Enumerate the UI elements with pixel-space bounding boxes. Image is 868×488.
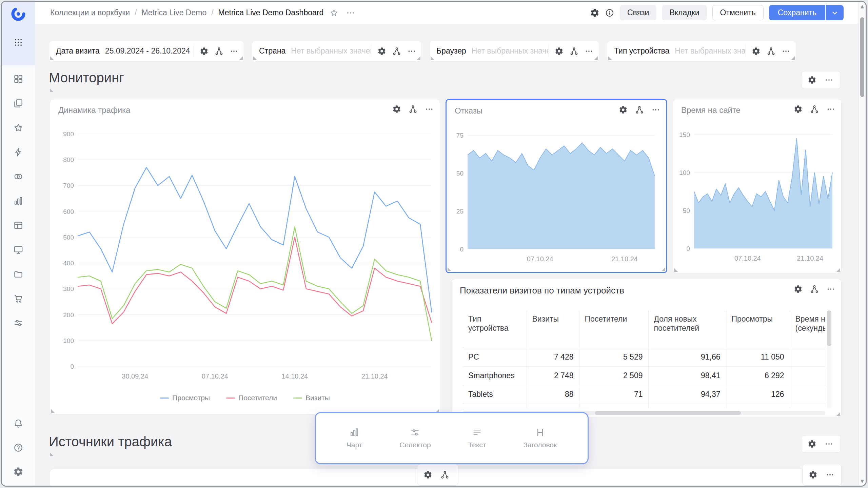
connections-icon[interactable] (810, 105, 819, 114)
gear-icon[interactable] (392, 105, 401, 114)
column-header[interactable]: Доля новых посетителей (648, 310, 726, 348)
widget-traffic-dynamics[interactable]: Динамика трафика 01002003004005006007008… (50, 99, 440, 414)
star-icon[interactable] (13, 122, 24, 133)
gear-icon[interactable] (377, 47, 386, 56)
add-chart-button[interactable]: Чарт (347, 427, 362, 449)
page-scrollbar[interactable]: ▲ ▼ (859, 2, 866, 486)
gear-icon[interactable] (794, 285, 803, 293)
widget-partial-left[interactable] (50, 469, 440, 486)
scroll-thumb[interactable] (827, 310, 831, 346)
filter-browser[interactable]: Браузер Нет выбранных значений (429, 41, 599, 61)
resize-handle[interactable] (51, 409, 55, 413)
filter-value[interactable]: 25.09.2024 - 26.10.2024 (105, 46, 193, 56)
bell-icon[interactable] (13, 418, 24, 429)
connections-icon[interactable] (810, 285, 819, 293)
info-icon[interactable] (605, 8, 614, 18)
column-header[interactable]: Просмотры (726, 310, 790, 348)
more-icon[interactable] (782, 47, 790, 56)
scroll-down-icon[interactable]: ▼ (859, 479, 866, 484)
scroll-thumb[interactable] (595, 411, 741, 415)
column-header[interactable]: Тип устройства (463, 310, 527, 348)
more-icon[interactable] (825, 440, 833, 448)
table-row[interactable]: Tablets887194,37126 (463, 385, 825, 404)
gear-icon[interactable] (590, 8, 599, 18)
connections-icon[interactable] (409, 105, 417, 114)
column-header[interactable]: Посетители (579, 310, 648, 348)
resize-handle[interactable] (239, 56, 243, 60)
add-text-button[interactable]: Текст (468, 427, 486, 449)
widget-partial-right[interactable] (449, 469, 842, 486)
more-icon[interactable] (826, 105, 835, 114)
table-row[interactable]: PC7 4285 52991,6611 050 (463, 348, 825, 366)
connections-icon[interactable] (570, 47, 578, 56)
resize-handle[interactable] (50, 88, 54, 92)
more-icon[interactable] (826, 285, 835, 293)
more-icon[interactable] (425, 105, 434, 114)
connections-icon[interactable] (440, 470, 449, 479)
gear-icon[interactable] (555, 47, 564, 56)
resize-handle[interactable] (448, 267, 451, 271)
resize-handle[interactable] (836, 268, 840, 272)
cancel-button[interactable]: Отменить (712, 5, 764, 20)
breadcrumb-collections[interactable]: Коллекции и воркбуки (50, 8, 130, 17)
table-row[interactable]: Smartphones2 7482 50998,416 292 (463, 366, 825, 385)
favorite-star-icon[interactable] (330, 8, 338, 17)
settings-gear-icon[interactable] (13, 466, 24, 477)
cart-icon[interactable] (13, 293, 24, 304)
table-icon[interactable] (13, 220, 24, 230)
widget-device-stats-table[interactable]: Показатели визитов по типам устройств Ти… (451, 279, 842, 417)
scroll-up-icon[interactable]: ▲ (859, 4, 866, 9)
gear-icon[interactable] (809, 470, 817, 479)
legend-item[interactable]: Просмотры (160, 394, 210, 402)
more-icon[interactable] (826, 470, 834, 479)
bar-chart-icon[interactable] (13, 196, 24, 206)
layers-icon[interactable] (13, 98, 24, 108)
column-header[interactable]: Визиты (527, 310, 579, 348)
filter-country[interactable]: Страна Нет выбранных значений (252, 41, 422, 61)
add-heading-button[interactable]: Заголовок (523, 427, 557, 449)
more-icon[interactable] (825, 76, 833, 84)
connections-icon[interactable] (392, 47, 401, 56)
gear-icon[interactable] (423, 470, 432, 479)
more-icon[interactable] (407, 47, 416, 56)
gear-icon[interactable] (794, 105, 803, 114)
datalens-logo-icon[interactable] (10, 6, 26, 22)
filter-placeholder[interactable]: Нет выбранных значений (291, 46, 371, 56)
resize-handle[interactable] (50, 452, 54, 456)
resize-handle[interactable] (431, 56, 434, 60)
resize-handle[interactable] (594, 56, 598, 60)
table-vertical-scrollbar[interactable] (827, 310, 831, 408)
more-icon[interactable] (457, 470, 458, 479)
gear-icon[interactable] (752, 47, 761, 56)
folder-icon[interactable] (13, 269, 24, 279)
sliders-icon[interactable] (13, 318, 24, 328)
filter-device-type[interactable]: Тип устройства Нет выбранных значений (607, 41, 796, 61)
grid-icon[interactable] (13, 74, 24, 84)
scroll-thumb[interactable] (860, 17, 864, 97)
breadcrumb-workbook[interactable]: Metrica Live Demo (141, 8, 206, 17)
widget-time-on-site[interactable]: Время на сайте 05010015007.10.2421.10.24 (673, 99, 842, 273)
filter-placeholder[interactable]: Нет выбранных значений (472, 46, 548, 56)
more-icon[interactable] (230, 47, 238, 56)
legend-item[interactable]: Визиты (293, 394, 330, 402)
resize-handle[interactable] (417, 56, 420, 60)
gear-icon[interactable] (808, 440, 816, 448)
more-icon[interactable] (651, 105, 660, 114)
resize-handle[interactable] (662, 267, 665, 271)
legend-item[interactable]: Посетители (226, 394, 277, 402)
monitor-icon[interactable] (13, 244, 24, 255)
gear-icon[interactable] (200, 47, 209, 56)
add-selector-button[interactable]: Селектор (399, 427, 431, 449)
connections-icon[interactable] (215, 47, 223, 56)
save-dropdown-button[interactable] (826, 5, 844, 20)
filter-placeholder[interactable]: Нет выбранных значений (675, 46, 745, 56)
save-button[interactable]: Сохранить (769, 5, 825, 20)
resize-handle[interactable] (50, 56, 54, 60)
more-icon[interactable] (585, 47, 593, 56)
filter-date-visit[interactable]: Дата визита 25.09.2024 - 26.10.2024 (49, 41, 244, 61)
resize-handle[interactable] (674, 268, 678, 272)
resize-handle[interactable] (608, 56, 612, 60)
resize-handle[interactable] (791, 56, 795, 60)
tabs-button[interactable]: Вкладки (662, 5, 707, 20)
breadcrumb-more-icon[interactable] (346, 8, 355, 18)
